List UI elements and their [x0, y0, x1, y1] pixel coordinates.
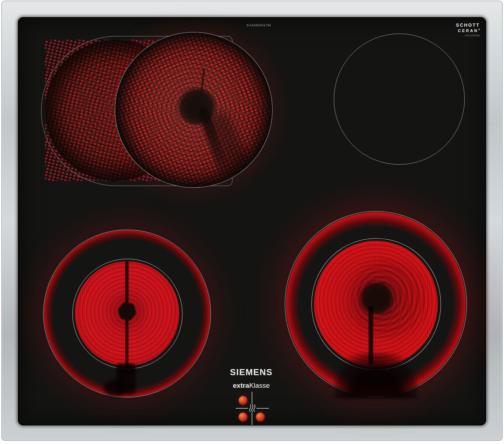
inner-coil-disc	[314, 241, 438, 367]
burner-rim-fade	[115, 32, 272, 187]
inner-coil-disc	[75, 261, 179, 366]
extraklasse-prefix: extra	[233, 382, 249, 389]
indicator-line-left	[236, 408, 248, 409]
ceramic-glass-surface: EA645GH17M SCHOTT CERAN® 9001355484	[18, 17, 486, 426]
indicator-line-bottom	[252, 412, 252, 425]
model-number-label: EA645GH17M	[219, 23, 298, 27]
cooking-zone-top-right-outline	[334, 34, 465, 165]
cooking-zone-bottom-left	[43, 230, 211, 398]
cooking-zone-top-left-main-burner	[115, 32, 273, 188]
schott-ceran-logo: SCHOTT CERAN® 9001355484	[456, 23, 480, 37]
indicator-dot-bottom-right	[256, 413, 265, 421]
heat-waves-icon	[249, 404, 256, 412]
extraklasse-suffix: Klasse	[249, 382, 270, 389]
indicator-line-right	[256, 408, 269, 409]
schott-logo-line1: SCHOTT	[456, 23, 480, 28]
indicator-line-top	[252, 392, 252, 404]
glass-serial-number: 9001355484	[456, 34, 480, 37]
siemens-logo: SIEMENS	[215, 367, 287, 377]
residual-heat-indicator	[236, 392, 269, 425]
stainless-steel-frame: EA645GH17M SCHOTT CERAN® 9001355484	[1, 1, 503, 441]
schott-logo-line2: CERAN®	[456, 28, 480, 34]
registered-trademark-icon: ®	[478, 28, 480, 31]
product-photo-cooktop: EA645GH17M SCHOTT CERAN® 9001355484	[0, 0, 504, 444]
wiring-fan-shadow	[334, 353, 417, 398]
cooking-zone-bottom-right	[285, 211, 467, 397]
coil-center-shadow	[359, 282, 394, 314]
extraklasse-logo: extraKlasse	[215, 382, 287, 390]
indicator-dot-top-left	[239, 396, 247, 405]
wiring-blob-shadow	[104, 379, 127, 396]
indicator-dot-bottom-left	[239, 413, 247, 421]
